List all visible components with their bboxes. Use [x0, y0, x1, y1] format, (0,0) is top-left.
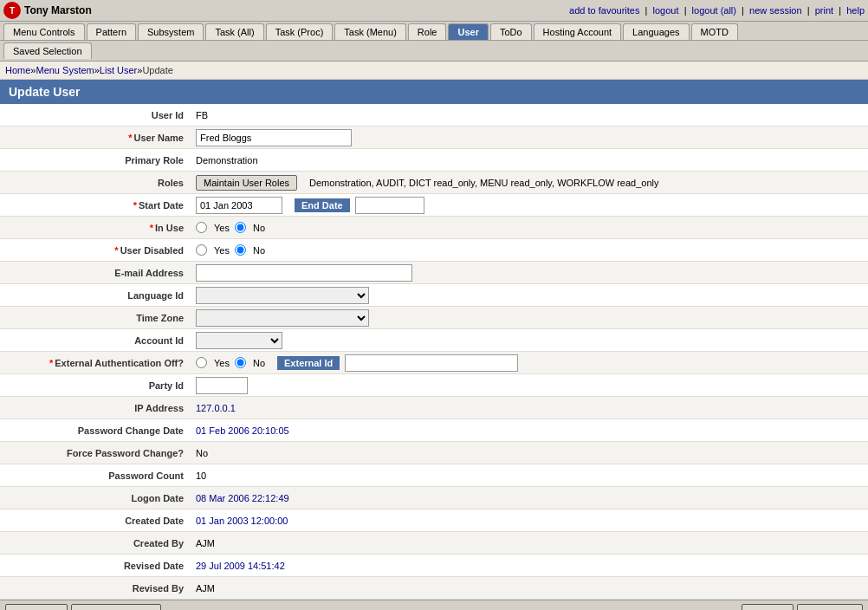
- start-date-label: *Start Date: [0, 198, 191, 213]
- logout-link[interactable]: logout: [653, 5, 679, 16]
- user-name-value: [191, 127, 868, 148]
- tab-task-proc[interactable]: Task (Proc): [266, 23, 334, 40]
- tab-todo[interactable]: ToDo: [490, 23, 532, 40]
- breadcrumb-list-user[interactable]: List User: [100, 65, 137, 75]
- created-by-value: AJM: [191, 536, 868, 550]
- ext-auth-no-label: No: [253, 358, 265, 368]
- submit-button[interactable]: SUBMIT: [5, 604, 68, 610]
- maintain-user-roles-button[interactable]: Maintain User Roles: [196, 175, 297, 191]
- submit-next-button[interactable]: SUBMIT+next: [71, 604, 161, 610]
- logout-all-link[interactable]: logout (all): [692, 5, 736, 16]
- party-id-value: [191, 375, 868, 396]
- user-disabled-row: *User Disabled Yes No: [0, 239, 868, 262]
- pwd-count-text: 10: [196, 470, 206, 481]
- breadcrumb-menu-system[interactable]: Menu System: [36, 65, 94, 75]
- user-name: Tony Marston: [24, 4, 92, 16]
- new-session-link[interactable]: new session: [749, 5, 802, 16]
- time-zone-select[interactable]: [196, 309, 369, 327]
- user-disabled-label: *User Disabled: [0, 243, 191, 258]
- external-id-label: External Id: [277, 356, 340, 370]
- in-use-row: *In Use Yes No: [0, 217, 868, 239]
- force-pwd-row: Force Password Change? No: [0, 442, 868, 464]
- user-id-value: FB: [191, 108, 868, 122]
- external-id-input[interactable]: [345, 354, 518, 372]
- tab-pattern[interactable]: Pattern: [87, 23, 136, 40]
- action-bar: SUBMIT SUBMIT+next COPY CANCEL: [0, 600, 868, 610]
- copy-button[interactable]: COPY: [742, 604, 794, 610]
- user-name-input[interactable]: [196, 129, 352, 146]
- start-date-input[interactable]: [196, 197, 282, 214]
- language-id-select[interactable]: [196, 287, 369, 304]
- user-id-row: User Id FB: [0, 104, 868, 127]
- cancel-button[interactable]: CANCEL: [797, 604, 863, 610]
- nav-tabs: Menu Controls Pattern Subsystem Task (Al…: [0, 22, 868, 41]
- saved-selection-tab[interactable]: Saved Selection: [3, 42, 92, 59]
- breadcrumb-home[interactable]: Home: [5, 65, 30, 75]
- in-use-yes-label: Yes: [214, 223, 230, 233]
- ip-address-value: 127.0.0.1: [191, 401, 868, 415]
- required-star: *: [150, 223, 153, 233]
- pwd-change-date-text: 01 Feb 2006 20:10:05: [196, 425, 289, 436]
- email-input[interactable]: [196, 264, 412, 282]
- roles-label: Roles: [0, 175, 191, 191]
- time-zone-row: Time Zone: [0, 307, 868, 329]
- pwd-change-date-row: Password Change Date 01 Feb 2006 20:10:0…: [0, 419, 868, 442]
- roles-value: Maintain User Roles Demonstration, AUDIT…: [191, 173, 868, 192]
- user-disabled-no-radio[interactable]: [235, 244, 246, 256]
- party-id-input[interactable]: [196, 377, 248, 394]
- revised-date-label: Revised Date: [0, 558, 191, 574]
- email-label: E-mail Address: [0, 265, 191, 281]
- user-id-label: User Id: [0, 107, 191, 123]
- created-date-row: Created Date 01 Jan 2003 12:00:00: [0, 509, 868, 532]
- account-id-row: Account Id: [0, 329, 868, 352]
- right-buttons: COPY CANCEL: [742, 604, 863, 610]
- created-date-value: 01 Jan 2003 12:00:00: [191, 514, 868, 528]
- account-id-value: [191, 330, 868, 351]
- required-star: *: [114, 245, 118, 256]
- revised-by-text: AJM: [196, 583, 215, 594]
- tab-motd[interactable]: MOTD: [691, 23, 738, 40]
- email-row: E-mail Address: [0, 262, 868, 284]
- top-bar: T Tony Marston add to favourites | logou…: [0, 0, 868, 22]
- in-use-no-label: No: [253, 223, 265, 233]
- in-use-no-radio[interactable]: [235, 222, 246, 233]
- tab-hosting-account[interactable]: Hosting Account: [534, 23, 622, 40]
- user-name-label: *User Name: [0, 130, 191, 146]
- logon-date-label: Logon Date: [0, 490, 191, 506]
- language-id-label: Language Id: [0, 288, 191, 303]
- primary-role-text: Demonstration: [196, 155, 258, 165]
- breadcrumb-current: Update: [142, 65, 172, 75]
- tab-languages[interactable]: Languages: [623, 23, 689, 40]
- pwd-count-label: Password Count: [0, 468, 191, 483]
- force-pwd-value: No: [191, 446, 868, 460]
- user-disabled-yes-radio[interactable]: [196, 244, 207, 256]
- end-date-input[interactable]: [355, 197, 424, 214]
- ip-address-label: IP Address: [0, 400, 191, 416]
- tab-subsystem[interactable]: Subsystem: [138, 23, 204, 40]
- ext-auth-yes-radio[interactable]: [196, 357, 207, 368]
- account-id-select[interactable]: [196, 332, 282, 349]
- logon-date-row: Logon Date 08 Mar 2006 22:12:49: [0, 487, 868, 509]
- tab-role[interactable]: Role: [408, 23, 447, 40]
- ip-address-row: IP Address 127.0.0.1: [0, 397, 868, 419]
- in-use-value: Yes No: [191, 220, 868, 235]
- tab-task-menu[interactable]: Task (Menu): [334, 23, 406, 40]
- saved-selection-bar: Saved Selection: [0, 41, 868, 62]
- tab-menu-controls[interactable]: Menu Controls: [3, 23, 85, 40]
- tab-user[interactable]: User: [448, 23, 488, 40]
- add-to-favourites-link[interactable]: add to favourites: [569, 5, 639, 16]
- print-link[interactable]: print: [815, 5, 833, 16]
- pwd-count-value: 10: [191, 469, 868, 483]
- time-zone-label: Time Zone: [0, 310, 191, 326]
- tab-task-all[interactable]: Task (All): [205, 23, 263, 40]
- ext-auth-yes-label: Yes: [214, 358, 230, 368]
- user-disabled-no-label: No: [253, 245, 265, 256]
- ext-auth-no-radio[interactable]: [235, 357, 246, 368]
- breadcrumb: Home»Menu System»List User»Update: [0, 62, 868, 80]
- account-id-label: Account Id: [0, 333, 191, 348]
- roles-text: Demonstration, AUDIT, DICT read_only, ME…: [309, 178, 658, 188]
- created-date-label: Created Date: [0, 513, 191, 529]
- help-link[interactable]: help: [846, 5, 865, 16]
- in-use-yes-radio[interactable]: [196, 222, 207, 233]
- created-by-text: AJM: [196, 538, 215, 548]
